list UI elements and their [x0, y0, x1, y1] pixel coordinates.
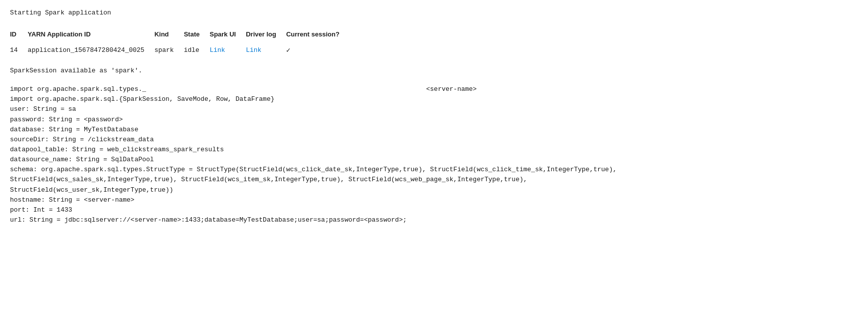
table-row: 14 application_1567847280424_0025 spark …: [10, 43, 349, 58]
code-line-3: user: String = sa: [10, 104, 858, 114]
spark-ui-link[interactable]: Link: [209, 46, 225, 54]
table-body: 14 application_1567847280424_0025 spark …: [10, 43, 349, 58]
starting-line: Starting Spark application: [10, 8, 858, 18]
code-line-4: password: String = <password>: [10, 115, 858, 125]
col-spark-ui: Spark UI: [209, 26, 246, 43]
starting-text: Starting Spark application: [10, 9, 111, 16]
cell-current-session: ✓: [286, 43, 349, 58]
code-line-14: url: String = jdbc:sqlserver://<server-n…: [10, 215, 858, 225]
code-line-2: import org.apache.spark.sql.{SparkSessio…: [10, 94, 858, 104]
col-yarn-app-id: YARN Application ID: [28, 26, 155, 43]
code-line-8: datasource_name: String = SqlDataPool: [10, 155, 858, 165]
header-row: ID YARN Application ID Kind State Spark …: [10, 26, 349, 43]
col-driver-log: Driver log: [246, 26, 286, 43]
code-line-1: import org.apache.spark.sql.types._ <ser…: [10, 84, 858, 94]
code-line-5: database: String = MyTestDatabase: [10, 125, 858, 135]
col-current-session: Current session?: [286, 26, 349, 43]
checkmark-icon: ✓: [286, 46, 290, 54]
table-header: ID YARN Application ID Kind State Spark …: [10, 26, 349, 43]
code-line-11: StructField(wcs_user_sk,IntegerType,true…: [10, 185, 858, 195]
code-line-6: sourceDir: String = /clickstream_data: [10, 135, 858, 145]
driver-log-link[interactable]: Link: [246, 46, 261, 54]
col-state: State: [184, 26, 210, 43]
code-section: import org.apache.spark.sql.types._ <ser…: [10, 84, 858, 225]
cell-spark-ui[interactable]: Link: [209, 43, 246, 58]
cell-driver-log[interactable]: Link: [246, 43, 286, 58]
output-area: Starting Spark application ID YARN Appli…: [10, 8, 858, 225]
cell-state: idle: [184, 43, 210, 58]
col-kind: Kind: [155, 26, 184, 43]
sparksession-text: SparkSession available as 'spark'.: [10, 67, 142, 74]
code-line-13: port: Int = 1433: [10, 205, 858, 215]
sparksession-line: SparkSession available as 'spark'.: [10, 66, 858, 76]
server-name-placeholder: <server-name>: [426, 85, 477, 93]
table-wrapper: ID YARN Application ID Kind State Spark …: [10, 26, 858, 58]
code-line-9: schema: org.apache.spark.sql.types.Struc…: [10, 165, 858, 175]
cell-id: 14: [10, 43, 28, 58]
code-line-10: StructField(wcs_sales_sk,IntegerType,tru…: [10, 175, 858, 185]
code-line-7: datapool_table: String = web_clickstream…: [10, 145, 858, 155]
yarn-table: ID YARN Application ID Kind State Spark …: [10, 26, 349, 58]
code-line-12: hostname: String = <server-name>: [10, 195, 858, 205]
col-id: ID: [10, 26, 28, 43]
cell-kind: spark: [155, 43, 184, 58]
cell-yarn-app-id: application_1567847280424_0025: [28, 43, 155, 58]
